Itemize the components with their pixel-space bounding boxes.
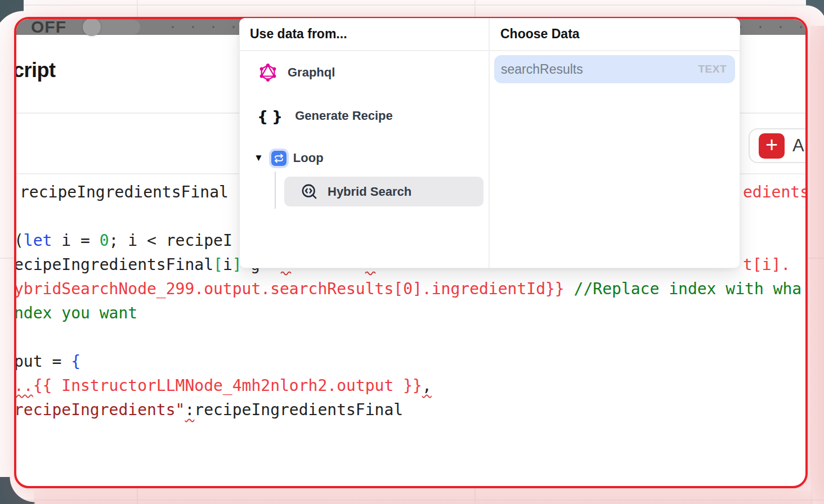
source-item-label: Hybrid Search	[328, 184, 411, 199]
graphql-icon	[258, 63, 277, 82]
popover-column-divider	[489, 19, 490, 268]
source-item-label: Generate Recipe	[295, 109, 393, 123]
source-item-loop[interactable]: ▼ Loop	[254, 147, 324, 169]
code-line[interactable]: ndex you want	[14, 301, 137, 325]
error-squiggle	[280, 271, 295, 276]
code-line[interactable]: put = {	[14, 349, 80, 374]
data-picker-popover: Use data from... Choose Data Graphql { }…	[239, 18, 740, 268]
code-line[interactable]: ybridSearchNode_299.output.searchResults…	[14, 277, 801, 301]
data-item-name: searchResults	[501, 62, 583, 77]
source-item-graphql[interactable]: Graphql	[258, 61, 335, 84]
source-item-label: Graphql	[288, 65, 335, 80]
code-line[interactable]: edients	[743, 180, 808, 204]
code-line[interactable]: recipeIngredientsFinal	[20, 180, 229, 204]
error-squiggle	[365, 271, 379, 276]
loop-icon	[271, 151, 286, 166]
chevron-down-expander[interactable]: ▼	[254, 152, 263, 164]
data-item-type-badge: TEXT	[698, 63, 727, 75]
use-data-from-header: Use data from...	[250, 26, 347, 42]
source-item-generate-recipe[interactable]: { } Generate Recipe	[257, 105, 393, 127]
code-line[interactable]: (let i = 0; i < recipeI	[14, 228, 232, 253]
popover-header-divider	[240, 50, 740, 51]
code-line[interactable]: recipeIngredients":recipeIngredientsFina…	[14, 398, 403, 422]
source-item-label: Loop	[293, 151, 324, 165]
canvas-gridline	[0, 4, 824, 6]
choose-data-header: Choose Data	[500, 26, 580, 42]
selection-glow	[810, 26, 824, 504]
node-canvas: OFF cript + A recipeIngredientsFinaledie…	[0, 0, 824, 504]
tree-indent-line	[275, 172, 276, 209]
search-code-icon	[301, 183, 318, 200]
code-line[interactable]: ..{{ InstructorLLMNode_4mh2nlorh2.output…	[14, 374, 432, 398]
code-line[interactable]: t[i].	[743, 253, 790, 277]
selection-glow	[34, 490, 813, 504]
data-item-searchresults[interactable]: searchResults TEXT	[494, 55, 735, 83]
background-node-corner	[806, 0, 824, 26]
source-item-hybrid-search[interactable]: Hybrid Search	[284, 177, 483, 206]
code-line[interactable]: ecipeIngredientsFinal[i]	[14, 253, 242, 277]
braces-icon: { }	[257, 107, 284, 125]
